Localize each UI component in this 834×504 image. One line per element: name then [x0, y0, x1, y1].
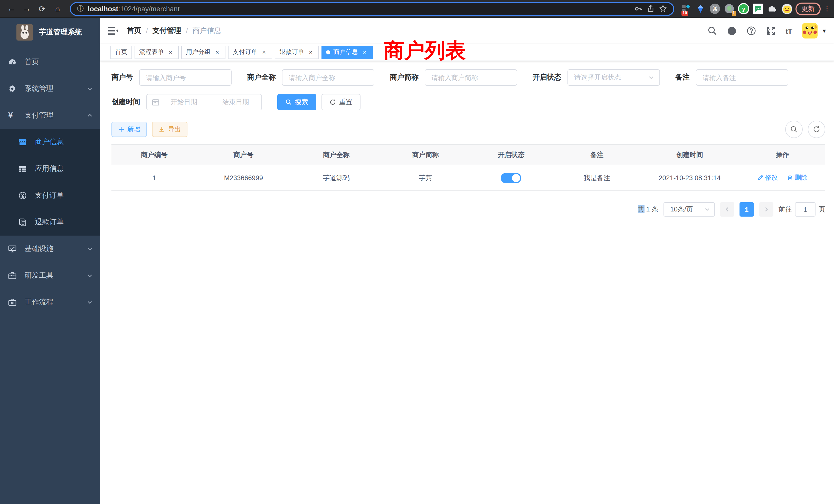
full-name-input[interactable]: [282, 69, 374, 86]
remark-input[interactable]: [696, 69, 788, 86]
status-select[interactable]: 请选择开启状态: [568, 69, 660, 86]
password-key-icon[interactable]: [634, 5, 642, 13]
font-size-icon[interactable]: tT: [786, 26, 792, 35]
close-icon[interactable]: ×: [260, 48, 267, 56]
top-navbar: 首页 / 支付管理 / 商户信息 tT ▾: [100, 18, 834, 44]
field-label: 备注: [675, 73, 690, 82]
cell-full-name: 芋道源码: [290, 165, 382, 191]
url-text: localhost:1024/pay/merchant: [88, 5, 630, 13]
sidebar-item-label: 支付订单: [35, 191, 64, 200]
download-icon: [159, 126, 165, 132]
merchant-table: 商户编号 商户号 商户全称 商户简称 开启状态 备注 创建时间 操作 1: [111, 144, 825, 191]
forward-icon[interactable]: →: [21, 4, 33, 13]
gem-extension-icon[interactable]: [695, 3, 706, 14]
next-page-button[interactable]: [759, 202, 773, 216]
sidebar-item-label: 研发工具: [25, 271, 53, 280]
site-info-icon[interactable]: ⓘ: [77, 4, 84, 13]
date-range-picker[interactable]: 开始日期 - 结束日期: [146, 94, 262, 110]
chevron-down-icon: [87, 246, 93, 252]
field-label: 开启状态: [532, 73, 561, 82]
chat-extension-icon[interactable]: [752, 3, 764, 14]
github-icon[interactable]: [727, 26, 737, 36]
yuque-extension-icon[interactable]: y: [738, 3, 749, 14]
date-separator: -: [209, 98, 211, 106]
status-select-placeholder: 请选择开启状态: [574, 73, 621, 82]
sidebar-item-workflow[interactable]: 工作流程: [0, 289, 100, 316]
close-icon[interactable]: ×: [307, 48, 314, 56]
filter-row-1: 商户号 商户全称 商户简称 开启状态 请选择开启状态: [111, 69, 825, 86]
export-button[interactable]: 导出: [152, 122, 188, 137]
sidebar-item-refund-order[interactable]: 退款订单: [0, 209, 100, 235]
share-icon[interactable]: [646, 5, 655, 13]
page-size-select[interactable]: 10条/页: [663, 202, 715, 216]
sidebar-item-system[interactable]: 系统管理: [0, 75, 100, 102]
sidebar-collapse-icon[interactable]: [108, 27, 118, 35]
tab-merchant-info[interactable]: 商户信息×: [322, 45, 373, 59]
user-avatar[interactable]: [802, 23, 817, 39]
home-icon[interactable]: ⌂: [51, 4, 64, 13]
avatar-caret-icon[interactable]: ▾: [823, 27, 826, 35]
tab-process-form[interactable]: 流程表单×: [135, 45, 179, 59]
extension-badge: 10: [681, 11, 688, 16]
extension-tiles-icon[interactable]: 10: [680, 3, 692, 14]
reload-icon[interactable]: ⟳: [36, 4, 48, 14]
sidebar-item-payment[interactable]: ¥ 支付管理: [0, 102, 100, 129]
sidebar-item-devtools[interactable]: 研发工具: [0, 262, 100, 289]
tab-refund-order[interactable]: 退款订单×: [275, 45, 319, 59]
toggle-search-button[interactable]: [785, 121, 803, 138]
sidebar-item-app-info[interactable]: 应用信息: [0, 156, 100, 182]
prev-page-button[interactable]: [720, 202, 734, 216]
payment-submenu: 商户信息 应用信息 支付订单 退款订单: [0, 129, 100, 235]
app-logo-row[interactable]: 芋道管理系统: [0, 18, 100, 47]
emoji-avatar[interactable]: [781, 3, 792, 14]
sidebar-item-label: 应用信息: [35, 164, 64, 174]
fullscreen-icon[interactable]: [766, 26, 775, 36]
col-actions: 操作: [740, 144, 825, 165]
extensions-puzzle-icon[interactable]: [767, 3, 778, 14]
browser-menu-icon[interactable]: ⋮: [824, 8, 829, 10]
browser-update-button[interactable]: 更新: [795, 2, 821, 15]
edit-link[interactable]: 修改: [758, 174, 778, 182]
profile-extension-icon[interactable]: 1: [724, 3, 735, 14]
sidebar-item-infra[interactable]: 基础设施: [0, 235, 100, 262]
bookmark-star-icon[interactable]: [659, 5, 667, 13]
breadcrumb-home[interactable]: 首页: [127, 26, 141, 36]
sidebar-item-pay-order[interactable]: 支付订单: [0, 182, 100, 209]
help-icon[interactable]: [747, 26, 756, 36]
close-icon[interactable]: ×: [214, 48, 221, 56]
header-search-icon[interactable]: [708, 26, 717, 36]
close-icon[interactable]: ×: [361, 48, 368, 56]
command-extension-icon[interactable]: ⌘: [709, 3, 721, 14]
refresh-table-button[interactable]: [808, 121, 825, 138]
sidebar-item-home[interactable]: 首页: [0, 49, 100, 75]
field-full-name: 商户全称: [247, 69, 374, 86]
delete-link[interactable]: 删除: [787, 174, 808, 182]
start-date-input[interactable]: 开始日期: [163, 97, 205, 107]
sidebar-item-label: 商户信息: [35, 138, 64, 147]
sidebar-item-merchant-info[interactable]: 商户信息: [0, 129, 100, 156]
tab-user-group[interactable]: 用户分组×: [181, 45, 225, 59]
refund-docs-icon: [19, 218, 27, 226]
cell-status: [468, 165, 554, 191]
address-bar[interactable]: ⓘ localhost:1024/pay/merchant: [70, 2, 674, 16]
tab-pay-order[interactable]: 支付订单×: [228, 45, 272, 59]
add-button[interactable]: 新增: [111, 122, 147, 137]
search-button[interactable]: 搜索: [277, 94, 316, 110]
goto-label: 前往: [778, 205, 792, 214]
search-icon: [286, 99, 292, 105]
goto-page-input[interactable]: [795, 202, 815, 216]
status-toggle[interactable]: [501, 173, 522, 183]
merchant-no-input[interactable]: [139, 69, 232, 86]
reset-button[interactable]: 重置: [322, 94, 360, 110]
breadcrumb-separator: /: [146, 27, 148, 35]
close-icon[interactable]: ×: [167, 48, 174, 56]
col-merchant-id: 商户编号: [111, 144, 197, 165]
end-date-input[interactable]: 结束日期: [215, 97, 256, 107]
page-1-button[interactable]: 1: [740, 202, 754, 216]
short-name-input[interactable]: [425, 69, 517, 86]
breadcrumb-payment[interactable]: 支付管理: [153, 26, 181, 36]
col-remark: 备注: [554, 144, 640, 165]
col-status: 开启状态: [468, 144, 554, 165]
back-icon[interactable]: ←: [5, 4, 18, 13]
tab-home[interactable]: 首页: [110, 45, 132, 59]
